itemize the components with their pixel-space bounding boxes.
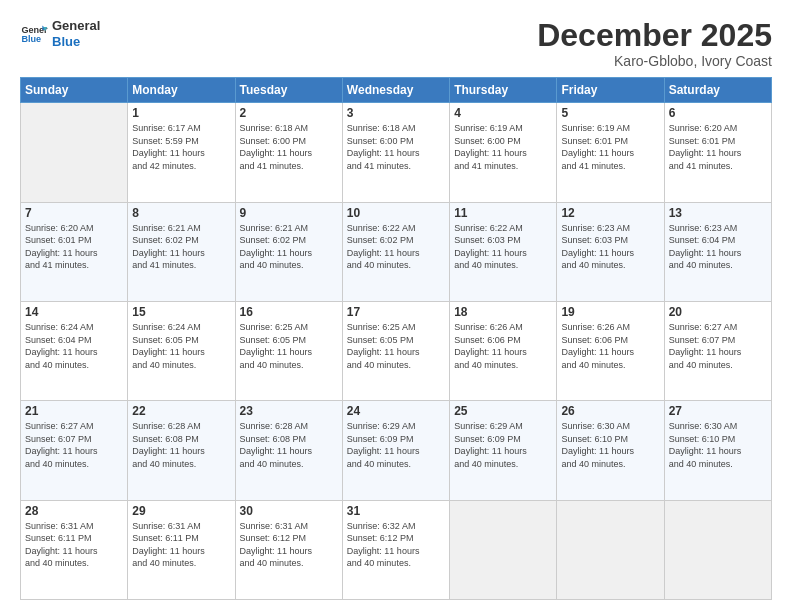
day-number: 1: [132, 106, 230, 120]
day-info: Sunrise: 6:28 AM Sunset: 6:08 PM Dayligh…: [240, 420, 338, 470]
day-info: Sunrise: 6:31 AM Sunset: 6:11 PM Dayligh…: [25, 520, 123, 570]
day-number: 2: [240, 106, 338, 120]
calendar-cell: 23Sunrise: 6:28 AM Sunset: 6:08 PM Dayli…: [235, 401, 342, 500]
day-info: Sunrise: 6:20 AM Sunset: 6:01 PM Dayligh…: [25, 222, 123, 272]
day-info: Sunrise: 6:25 AM Sunset: 6:05 PM Dayligh…: [347, 321, 445, 371]
day-number: 3: [347, 106, 445, 120]
day-number: 23: [240, 404, 338, 418]
day-info: Sunrise: 6:29 AM Sunset: 6:09 PM Dayligh…: [347, 420, 445, 470]
calendar-cell: 16Sunrise: 6:25 AM Sunset: 6:05 PM Dayli…: [235, 301, 342, 400]
day-number: 6: [669, 106, 767, 120]
day-number: 7: [25, 206, 123, 220]
calendar-cell: 31Sunrise: 6:32 AM Sunset: 6:12 PM Dayli…: [342, 500, 449, 599]
day-info: Sunrise: 6:21 AM Sunset: 6:02 PM Dayligh…: [240, 222, 338, 272]
calendar-cell: [450, 500, 557, 599]
calendar-cell: 10Sunrise: 6:22 AM Sunset: 6:02 PM Dayli…: [342, 202, 449, 301]
dow-header-monday: Monday: [128, 78, 235, 103]
title-block: December 2025 Karo-Gblobo, Ivory Coast: [537, 18, 772, 69]
dow-header-thursday: Thursday: [450, 78, 557, 103]
calendar-cell: 14Sunrise: 6:24 AM Sunset: 6:04 PM Dayli…: [21, 301, 128, 400]
dow-header-wednesday: Wednesday: [342, 78, 449, 103]
calendar-cell: 13Sunrise: 6:23 AM Sunset: 6:04 PM Dayli…: [664, 202, 771, 301]
day-number: 5: [561, 106, 659, 120]
day-number: 22: [132, 404, 230, 418]
calendar-cell: 25Sunrise: 6:29 AM Sunset: 6:09 PM Dayli…: [450, 401, 557, 500]
day-number: 13: [669, 206, 767, 220]
calendar-cell: 22Sunrise: 6:28 AM Sunset: 6:08 PM Dayli…: [128, 401, 235, 500]
day-info: Sunrise: 6:17 AM Sunset: 5:59 PM Dayligh…: [132, 122, 230, 172]
calendar-cell: 26Sunrise: 6:30 AM Sunset: 6:10 PM Dayli…: [557, 401, 664, 500]
calendar-cell: 27Sunrise: 6:30 AM Sunset: 6:10 PM Dayli…: [664, 401, 771, 500]
day-info: Sunrise: 6:32 AM Sunset: 6:12 PM Dayligh…: [347, 520, 445, 570]
calendar-cell: 21Sunrise: 6:27 AM Sunset: 6:07 PM Dayli…: [21, 401, 128, 500]
day-info: Sunrise: 6:21 AM Sunset: 6:02 PM Dayligh…: [132, 222, 230, 272]
calendar-cell: 3Sunrise: 6:18 AM Sunset: 6:00 PM Daylig…: [342, 103, 449, 202]
logo-blue: Blue: [52, 34, 100, 50]
calendar-cell: 15Sunrise: 6:24 AM Sunset: 6:05 PM Dayli…: [128, 301, 235, 400]
day-number: 8: [132, 206, 230, 220]
calendar-cell: [557, 500, 664, 599]
day-number: 19: [561, 305, 659, 319]
day-info: Sunrise: 6:25 AM Sunset: 6:05 PM Dayligh…: [240, 321, 338, 371]
day-number: 25: [454, 404, 552, 418]
calendar-cell: 7Sunrise: 6:20 AM Sunset: 6:01 PM Daylig…: [21, 202, 128, 301]
calendar-cell: 6Sunrise: 6:20 AM Sunset: 6:01 PM Daylig…: [664, 103, 771, 202]
day-number: 20: [669, 305, 767, 319]
day-info: Sunrise: 6:27 AM Sunset: 6:07 PM Dayligh…: [669, 321, 767, 371]
day-info: Sunrise: 6:22 AM Sunset: 6:03 PM Dayligh…: [454, 222, 552, 272]
calendar-cell: 4Sunrise: 6:19 AM Sunset: 6:00 PM Daylig…: [450, 103, 557, 202]
day-info: Sunrise: 6:24 AM Sunset: 6:05 PM Dayligh…: [132, 321, 230, 371]
day-info: Sunrise: 6:31 AM Sunset: 6:12 PM Dayligh…: [240, 520, 338, 570]
day-number: 31: [347, 504, 445, 518]
day-info: Sunrise: 6:30 AM Sunset: 6:10 PM Dayligh…: [669, 420, 767, 470]
day-info: Sunrise: 6:29 AM Sunset: 6:09 PM Dayligh…: [454, 420, 552, 470]
day-number: 17: [347, 305, 445, 319]
day-info: Sunrise: 6:20 AM Sunset: 6:01 PM Dayligh…: [669, 122, 767, 172]
header: General Blue General Blue December 2025 …: [20, 18, 772, 69]
day-number: 30: [240, 504, 338, 518]
calendar-cell: 5Sunrise: 6:19 AM Sunset: 6:01 PM Daylig…: [557, 103, 664, 202]
calendar-cell: [21, 103, 128, 202]
day-number: 24: [347, 404, 445, 418]
day-info: Sunrise: 6:18 AM Sunset: 6:00 PM Dayligh…: [240, 122, 338, 172]
day-info: Sunrise: 6:26 AM Sunset: 6:06 PM Dayligh…: [454, 321, 552, 371]
calendar-cell: 9Sunrise: 6:21 AM Sunset: 6:02 PM Daylig…: [235, 202, 342, 301]
day-info: Sunrise: 6:19 AM Sunset: 6:00 PM Dayligh…: [454, 122, 552, 172]
calendar-cell: 28Sunrise: 6:31 AM Sunset: 6:11 PM Dayli…: [21, 500, 128, 599]
calendar-header: SundayMondayTuesdayWednesdayThursdayFrid…: [21, 78, 772, 103]
day-info: Sunrise: 6:23 AM Sunset: 6:03 PM Dayligh…: [561, 222, 659, 272]
calendar-cell: 30Sunrise: 6:31 AM Sunset: 6:12 PM Dayli…: [235, 500, 342, 599]
day-number: 16: [240, 305, 338, 319]
calendar-cell: 12Sunrise: 6:23 AM Sunset: 6:03 PM Dayli…: [557, 202, 664, 301]
day-number: 15: [132, 305, 230, 319]
calendar: SundayMondayTuesdayWednesdayThursdayFrid…: [20, 77, 772, 600]
calendar-cell: 2Sunrise: 6:18 AM Sunset: 6:00 PM Daylig…: [235, 103, 342, 202]
dow-header-friday: Friday: [557, 78, 664, 103]
day-info: Sunrise: 6:26 AM Sunset: 6:06 PM Dayligh…: [561, 321, 659, 371]
day-number: 11: [454, 206, 552, 220]
day-info: Sunrise: 6:22 AM Sunset: 6:02 PM Dayligh…: [347, 222, 445, 272]
calendar-cell: 11Sunrise: 6:22 AM Sunset: 6:03 PM Dayli…: [450, 202, 557, 301]
day-info: Sunrise: 6:28 AM Sunset: 6:08 PM Dayligh…: [132, 420, 230, 470]
day-info: Sunrise: 6:19 AM Sunset: 6:01 PM Dayligh…: [561, 122, 659, 172]
calendar-cell: 19Sunrise: 6:26 AM Sunset: 6:06 PM Dayli…: [557, 301, 664, 400]
day-number: 21: [25, 404, 123, 418]
day-info: Sunrise: 6:23 AM Sunset: 6:04 PM Dayligh…: [669, 222, 767, 272]
day-info: Sunrise: 6:24 AM Sunset: 6:04 PM Dayligh…: [25, 321, 123, 371]
location-subtitle: Karo-Gblobo, Ivory Coast: [537, 53, 772, 69]
day-info: Sunrise: 6:31 AM Sunset: 6:11 PM Dayligh…: [132, 520, 230, 570]
day-info: Sunrise: 6:27 AM Sunset: 6:07 PM Dayligh…: [25, 420, 123, 470]
month-title: December 2025: [537, 18, 772, 53]
dow-header-sunday: Sunday: [21, 78, 128, 103]
day-number: 14: [25, 305, 123, 319]
day-info: Sunrise: 6:18 AM Sunset: 6:00 PM Dayligh…: [347, 122, 445, 172]
day-number: 26: [561, 404, 659, 418]
calendar-cell: 8Sunrise: 6:21 AM Sunset: 6:02 PM Daylig…: [128, 202, 235, 301]
day-info: Sunrise: 6:30 AM Sunset: 6:10 PM Dayligh…: [561, 420, 659, 470]
svg-text:Blue: Blue: [21, 34, 41, 44]
calendar-cell: 24Sunrise: 6:29 AM Sunset: 6:09 PM Dayli…: [342, 401, 449, 500]
calendar-cell: [664, 500, 771, 599]
calendar-cell: 18Sunrise: 6:26 AM Sunset: 6:06 PM Dayli…: [450, 301, 557, 400]
day-number: 18: [454, 305, 552, 319]
calendar-cell: 20Sunrise: 6:27 AM Sunset: 6:07 PM Dayli…: [664, 301, 771, 400]
